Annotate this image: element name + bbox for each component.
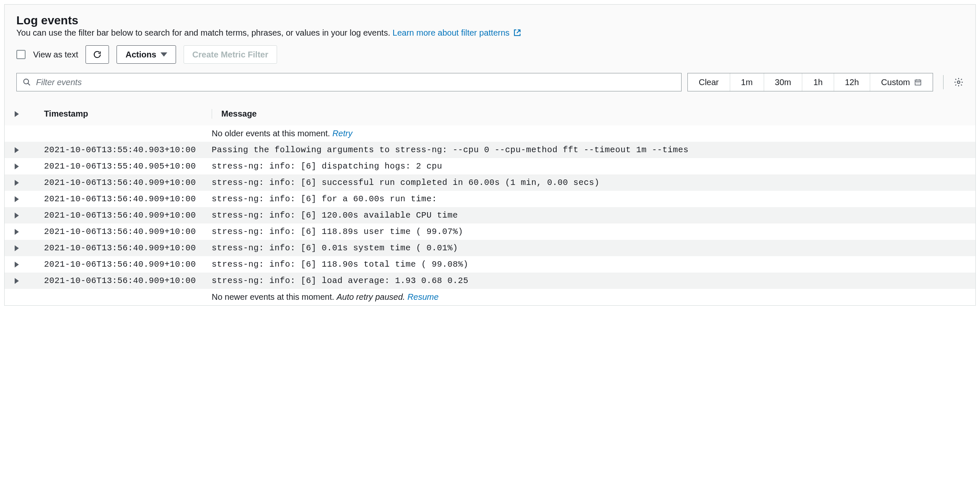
table-row: 2021-10-06T13:56:40.909+10:00stress-ng: …	[5, 207, 975, 223]
range-custom[interactable]: Custom	[870, 73, 933, 91]
panel-title: Log events	[16, 14, 964, 27]
calendar-icon	[914, 78, 922, 86]
log-events-panel: Log events You can use the filter bar be…	[4, 4, 976, 306]
resume-link[interactable]: Resume	[407, 292, 438, 301]
actions-label: Actions	[125, 50, 156, 60]
expand-row-icon[interactable]	[15, 262, 19, 268]
range-clear[interactable]: Clear	[688, 73, 730, 91]
retry-link[interactable]: Retry	[332, 129, 353, 138]
table-row: 2021-10-06T13:55:40.903+10:00Passing the…	[5, 142, 975, 158]
expand-row-icon[interactable]	[15, 180, 19, 186]
table-row: 2021-10-06T13:56:40.909+10:00stress-ng: …	[5, 273, 975, 289]
expand-row-icon[interactable]	[15, 278, 19, 284]
timestamp-cell: 2021-10-06T13:56:40.909+10:00	[44, 243, 212, 253]
expand-row-icon[interactable]	[15, 229, 19, 235]
message-cell: stress-ng: info: [6] 0.01s system time (…	[212, 243, 964, 253]
svg-point-9	[957, 81, 960, 83]
no-newer-row: No newer events at this moment. Auto ret…	[5, 289, 975, 305]
range-12h[interactable]: 12h	[834, 73, 870, 91]
timestamp-cell: 2021-10-06T13:56:40.909+10:00	[44, 178, 212, 187]
timestamp-cell: 2021-10-06T13:56:40.909+10:00	[44, 227, 212, 236]
no-older-text: No older events at this moment.	[212, 129, 330, 138]
timestamp-cell: 2021-10-06T13:55:40.903+10:00	[44, 145, 212, 155]
range-1m[interactable]: 1m	[730, 73, 764, 91]
header: Log events You can use the filter bar be…	[16, 14, 964, 38]
table-row: 2021-10-06T13:56:40.909+10:00stress-ng: …	[5, 240, 975, 256]
search-icon	[23, 78, 31, 86]
no-older-row: No older events at this moment. Retry	[5, 125, 975, 142]
filter-input-wrap[interactable]	[16, 73, 682, 91]
expand-row-icon[interactable]	[15, 164, 19, 169]
message-cell: stress-ng: info: [6] 120.00s available C…	[212, 210, 964, 220]
range-30m[interactable]: 30m	[764, 73, 803, 91]
learn-more-link[interactable]: Learn more about filter patterns	[393, 28, 521, 37]
panel-subtitle: You can use the filter bar below to sear…	[16, 28, 964, 38]
table-row: 2021-10-06T13:56:40.909+10:00stress-ng: …	[5, 223, 975, 240]
message-cell: stress-ng: info: [6] 118.89s user time (…	[212, 227, 964, 236]
expand-row-icon[interactable]	[15, 245, 19, 251]
timestamp-cell: 2021-10-06T13:56:40.909+10:00	[44, 260, 212, 269]
refresh-icon	[93, 50, 102, 59]
table-row: 2021-10-06T13:56:40.909+10:00stress-ng: …	[5, 191, 975, 207]
settings-button[interactable]	[954, 77, 964, 87]
svg-point-0	[24, 79, 29, 84]
external-link-icon	[513, 28, 521, 37]
learn-more-text: Learn more about filter patterns	[393, 28, 510, 37]
filter-row: Clear 1m 30m 1h 12h Custom	[16, 73, 964, 91]
gear-icon	[954, 77, 964, 87]
range-custom-label: Custom	[881, 78, 910, 87]
expand-row-icon[interactable]	[15, 147, 19, 153]
table-row: 2021-10-06T13:56:40.909+10:00stress-ng: …	[5, 256, 975, 273]
expand-row-icon[interactable]	[15, 213, 19, 218]
message-cell: Passing the following arguments to stres…	[212, 145, 964, 155]
timestamp-cell: 2021-10-06T13:56:40.909+10:00	[44, 210, 212, 220]
refresh-button[interactable]	[86, 45, 109, 64]
caret-down-icon	[161, 52, 167, 57]
subtitle-text: You can use the filter bar below to sear…	[16, 28, 390, 37]
col-timestamp: Timestamp	[44, 109, 212, 119]
message-cell: stress-ng: info: [6] 118.90s total time …	[212, 260, 964, 269]
table-header: Timestamp Message	[5, 102, 975, 125]
timestamp-cell: 2021-10-06T13:56:40.909+10:00	[44, 194, 212, 204]
separator	[943, 75, 944, 89]
view-as-text-label: View as text	[33, 50, 78, 60]
time-range-selector: Clear 1m 30m 1h 12h Custom	[687, 73, 933, 91]
no-newer-text: No newer events at this moment.	[212, 292, 334, 301]
timestamp-cell: 2021-10-06T13:55:40.905+10:00	[44, 161, 212, 171]
table-row: 2021-10-06T13:55:40.905+10:00stress-ng: …	[5, 158, 975, 174]
actions-button[interactable]: Actions	[117, 45, 176, 64]
timestamp-cell: 2021-10-06T13:56:40.909+10:00	[44, 276, 212, 286]
view-as-text-checkbox[interactable]	[16, 50, 26, 59]
expand-row-icon[interactable]	[15, 196, 19, 202]
message-cell: stress-ng: info: [6] successful run comp…	[212, 178, 964, 187]
table-row: 2021-10-06T13:56:40.909+10:00stress-ng: …	[5, 174, 975, 191]
range-1h[interactable]: 1h	[802, 73, 834, 91]
toolbar: View as text Actions Create Metric Filte…	[16, 45, 964, 64]
events-table: Timestamp Message No older events at thi…	[5, 102, 975, 305]
message-cell: stress-ng: info: [6] dispatching hogs: 2…	[212, 161, 964, 171]
filter-input[interactable]	[36, 78, 675, 87]
create-metric-filter-button[interactable]: Create Metric Filter	[184, 45, 277, 64]
message-cell: stress-ng: info: [6] load average: 1.93 …	[212, 276, 964, 286]
message-cell: stress-ng: info: [6] for a 60.00s run ti…	[212, 194, 964, 204]
col-message: Message	[212, 109, 964, 119]
auto-retry-text: Auto retry paused.	[337, 292, 405, 301]
svg-line-1	[28, 83, 30, 86]
expand-all-icon[interactable]	[15, 111, 19, 117]
